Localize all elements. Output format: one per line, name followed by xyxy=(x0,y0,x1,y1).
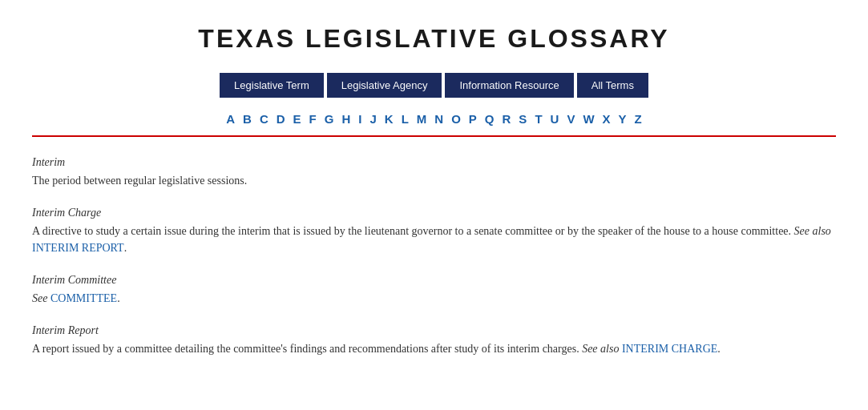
information-resource-button[interactable]: Information Resource xyxy=(445,73,573,98)
interim-charge-text: A directive to study a certain issue dur… xyxy=(32,225,791,237)
legislative-agency-button[interactable]: Legislative Agency xyxy=(327,73,442,98)
alphabet-nav: A B C D E F G H I J K L M N O P Q R S T … xyxy=(32,112,836,126)
alpha-link-m[interactable]: M xyxy=(417,112,427,126)
alpha-link-k[interactable]: K xyxy=(385,112,394,126)
alpha-link-h[interactable]: H xyxy=(341,112,350,126)
interim-committee-period: . xyxy=(117,292,120,304)
term-definition-interim-report: A report issued by a committee detailing… xyxy=(32,340,836,357)
interim-charge-see-also-text: See also xyxy=(794,225,831,237)
alpha-link-n[interactable]: N xyxy=(434,112,443,126)
term-definition-interim: The period between regular legislative s… xyxy=(32,172,836,189)
interim-report-period: . xyxy=(717,343,721,355)
page-title: TEXAS LEGISLATIVE GLOSSARY xyxy=(32,24,836,54)
alpha-link-f[interactable]: F xyxy=(309,112,317,126)
alpha-link-b[interactable]: B xyxy=(243,112,252,126)
alpha-link-s[interactable]: S xyxy=(519,112,527,126)
alpha-link-y[interactable]: Y xyxy=(619,112,627,126)
interim-committee-see-text: See xyxy=(32,292,50,304)
alpha-link-c[interactable]: C xyxy=(260,112,268,126)
alpha-link-r[interactable]: R xyxy=(503,112,511,126)
alpha-link-i[interactable]: I xyxy=(358,112,361,126)
alpha-link-v[interactable]: V xyxy=(567,112,575,126)
term-title-interim-committee: Interim Committee xyxy=(32,274,836,287)
alpha-link-t[interactable]: T xyxy=(535,112,542,126)
all-terms-button[interactable]: All Terms xyxy=(577,73,648,98)
committee-link[interactable]: COMMITTEE xyxy=(50,292,117,304)
interim-charge-period: . xyxy=(124,242,127,254)
alpha-link-d[interactable]: D xyxy=(277,112,285,126)
term-interim-committee: Interim Committee See COMMITTEE. xyxy=(32,274,836,307)
alpha-link-q[interactable]: Q xyxy=(485,112,495,126)
alpha-link-l[interactable]: L xyxy=(402,112,409,126)
term-title-interim: Interim xyxy=(32,156,836,169)
term-interim: Interim The period between regular legis… xyxy=(32,156,836,189)
alpha-link-j[interactable]: J xyxy=(369,112,376,126)
interim-report-see-also-text: See also xyxy=(582,343,622,355)
interim-report-text: A report issued by a committee detailing… xyxy=(32,343,579,355)
term-interim-charge: Interim Charge A directive to study a ce… xyxy=(32,207,836,256)
alpha-link-a[interactable]: A xyxy=(226,112,235,126)
nav-buttons: Legislative Term Legislative Agency Info… xyxy=(32,73,836,98)
interim-charge-link[interactable]: INTERIM CHARGE xyxy=(622,343,717,355)
interim-report-link[interactable]: INTERIM REPORT xyxy=(32,242,124,254)
legislative-term-button[interactable]: Legislative Term xyxy=(220,73,324,98)
term-definition-interim-committee: See COMMITTEE. xyxy=(32,290,836,307)
alpha-link-z[interactable]: Z xyxy=(635,112,642,126)
alpha-link-w[interactable]: W xyxy=(583,112,594,126)
alpha-link-x[interactable]: X xyxy=(603,112,611,126)
alpha-link-o[interactable]: O xyxy=(451,112,461,126)
alpha-link-g[interactable]: G xyxy=(325,112,334,126)
alpha-link-e[interactable]: E xyxy=(293,112,301,126)
alpha-link-u[interactable]: U xyxy=(551,112,559,126)
section-divider xyxy=(32,135,836,137)
term-definition-interim-charge: A directive to study a certain issue dur… xyxy=(32,223,836,256)
page-wrapper: TEXAS LEGISLATIVE GLOSSARY Legislative T… xyxy=(0,0,868,399)
term-title-interim-charge: Interim Charge xyxy=(32,207,836,219)
alpha-link-p[interactable]: P xyxy=(469,112,477,126)
term-title-interim-report: Interim Report xyxy=(32,324,836,337)
term-interim-report: Interim Report A report issued by a comm… xyxy=(32,324,836,357)
